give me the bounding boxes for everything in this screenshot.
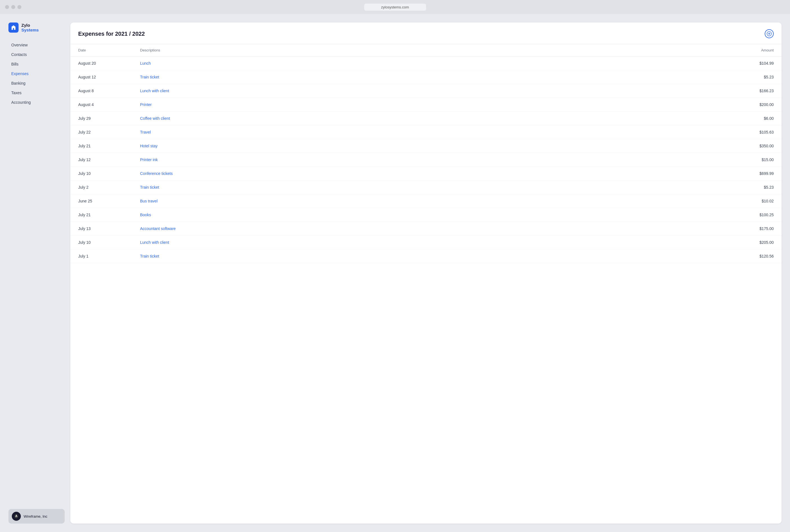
cell-description[interactable]: Lunch with client [140,240,723,245]
add-expense-button[interactable] [765,29,774,38]
logo-icon [8,22,19,33]
cell-amount: $105.63 [723,130,774,134]
cell-amount: $6.00 [723,116,774,121]
cell-date: August 12 [78,75,140,79]
logo-line2: Systems [21,27,39,32]
cell-amount: $175.00 [723,226,774,231]
cell-date: July 22 [78,130,140,134]
cell-description[interactable]: Train ticket [140,254,723,259]
app-container: Zylo Systems OverviewContactsBillsExpens… [0,14,790,532]
sidebar-item-expenses[interactable]: Expenses [8,69,65,78]
sidebar-item-bills[interactable]: Bills [8,60,65,69]
cell-description[interactable]: Lunch [140,61,723,65]
cell-amount: $699.99 [723,171,774,176]
nav-list: OverviewContactsBillsExpensesBankingTaxe… [8,40,65,509]
table-row[interactable]: August 12 Train ticket $5.23 [70,70,782,84]
cell-amount: $120.56 [723,254,774,259]
cell-date: July 29 [78,116,140,121]
cell-description[interactable]: Bus travel [140,199,723,203]
table-row[interactable]: August 4 Printer $200.00 [70,98,782,112]
cell-date: July 21 [78,144,140,148]
title-bar: zylosystems.com [0,0,790,14]
table-row[interactable]: July 12 Printer ink $15.00 [70,153,782,167]
col-date: Date [78,48,140,52]
cell-date: July 10 [78,171,140,176]
cell-amount: $200.00 [723,102,774,107]
cell-amount: $10.02 [723,199,774,203]
cell-date: June 25 [78,199,140,203]
url-bar[interactable]: zylosystems.com [364,4,426,11]
table-row[interactable]: July 1 Train ticket $120.56 [70,249,782,263]
sidebar-item-banking[interactable]: Banking [8,79,65,88]
cell-amount: $104.99 [723,61,774,65]
cell-amount: $5.23 [723,185,774,190]
cell-date: July 21 [78,213,140,217]
col-descriptions: Descriptions [140,48,723,52]
table-row[interactable]: July 29 Coffee with client $6.00 [70,112,782,126]
col-amount: Amount [723,48,774,52]
table-row[interactable]: August 20 Lunch $104.99 [70,57,782,70]
cell-date: July 12 [78,157,140,162]
table-row[interactable]: July 10 Conference tickets $699.99 [70,167,782,180]
table-row[interactable]: July 22 Travel $105.63 [70,126,782,139]
content-header: Expenses for 2021 / 2022 [70,22,782,44]
sidebar-item-taxes[interactable]: Taxes [8,88,65,97]
cell-date: July 2 [78,185,140,190]
table-row[interactable]: July 21 Hotel stay $350.00 [70,139,782,153]
cell-description[interactable]: Books [140,213,723,217]
company-badge[interactable]: Wireframe, Inc [8,509,65,524]
table-row[interactable]: June 25 Bus travel $10.02 [70,194,782,208]
cell-date: August 8 [78,89,140,93]
svg-point-1 [16,515,17,516]
dot-close[interactable] [5,5,9,9]
sidebar-item-overview[interactable]: Overview [8,40,65,50]
cell-description[interactable]: Lunch with client [140,89,723,93]
table-body: August 20 Lunch $104.99 August 12 Train … [70,57,782,263]
main-content: Expenses for 2021 / 2022 Date Descriptio… [70,22,782,524]
window-controls [5,5,21,9]
table-row[interactable]: July 10 Lunch with client $205.00 [70,235,782,249]
cell-amount: $350.00 [723,144,774,148]
expenses-table: Date Descriptions Amount August 20 Lunch… [70,44,782,263]
dot-maximize[interactable] [17,5,21,9]
cell-date: July 13 [78,226,140,231]
cell-description[interactable]: Hotel stay [140,144,723,148]
table-row[interactable]: August 8 Lunch with client $166.23 [70,84,782,98]
cell-description[interactable]: Travel [140,130,723,134]
cell-description[interactable]: Printer [140,102,723,107]
sidebar: Zylo Systems OverviewContactsBillsExpens… [8,22,65,524]
cell-date: August 20 [78,61,140,65]
cell-description[interactable]: Train ticket [140,75,723,79]
cell-amount: $166.23 [723,89,774,93]
cell-date: July 10 [78,240,140,245]
logo-area: Zylo Systems [8,22,65,33]
cell-amount: $15.00 [723,157,774,162]
cell-date: July 1 [78,254,140,259]
cell-amount: $205.00 [723,240,774,245]
logo-line1: Zylo [21,23,39,27]
cell-amount: $5.23 [723,75,774,79]
table-row[interactable]: July 13 Accountant software $175.00 [70,222,782,235]
cell-description[interactable]: Conference tickets [140,171,723,176]
table-row[interactable]: July 21 Books $100.25 [70,208,782,222]
cell-description[interactable]: Coffee with client [140,116,723,121]
dot-minimize[interactable] [11,5,15,9]
sidebar-item-accounting[interactable]: Accounting [8,98,65,107]
cell-date: August 4 [78,102,140,107]
cell-description[interactable]: Printer ink [140,157,723,162]
sidebar-item-contacts[interactable]: Contacts [8,50,65,59]
company-avatar [12,512,21,521]
company-name: Wireframe, Inc [24,514,48,518]
cell-description[interactable]: Accountant software [140,226,723,231]
logo-text: Zylo Systems [21,23,39,32]
page-title: Expenses for 2021 / 2022 [78,31,145,37]
cell-description[interactable]: Train ticket [140,185,723,190]
cell-amount: $100.25 [723,213,774,217]
table-row[interactable]: July 2 Train ticket $5.23 [70,180,782,194]
table-header: Date Descriptions Amount [70,44,782,57]
